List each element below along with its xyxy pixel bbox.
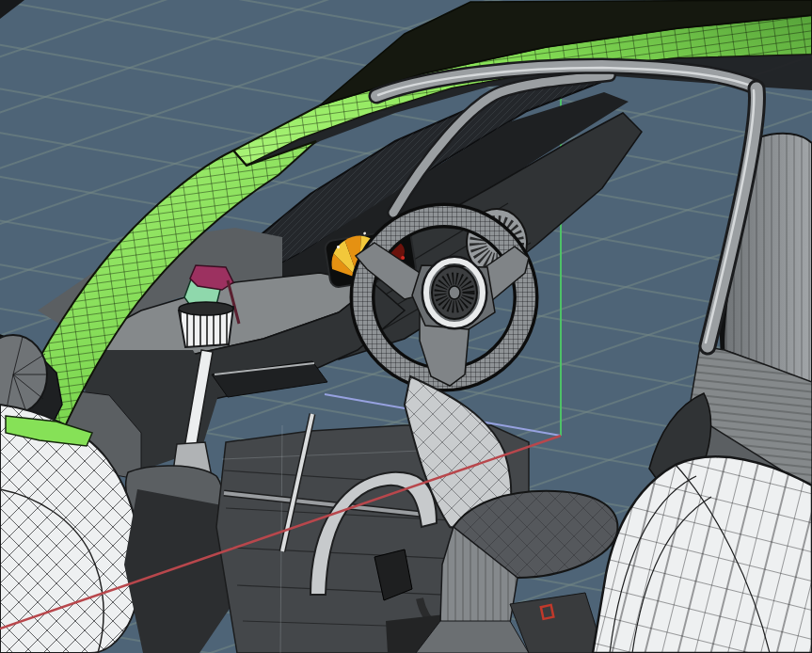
viewport-canvas[interactable] (0, 0, 812, 653)
scene-svg[interactable] (0, 0, 812, 653)
steering-hub (412, 257, 495, 329)
cup-rim (179, 302, 233, 315)
